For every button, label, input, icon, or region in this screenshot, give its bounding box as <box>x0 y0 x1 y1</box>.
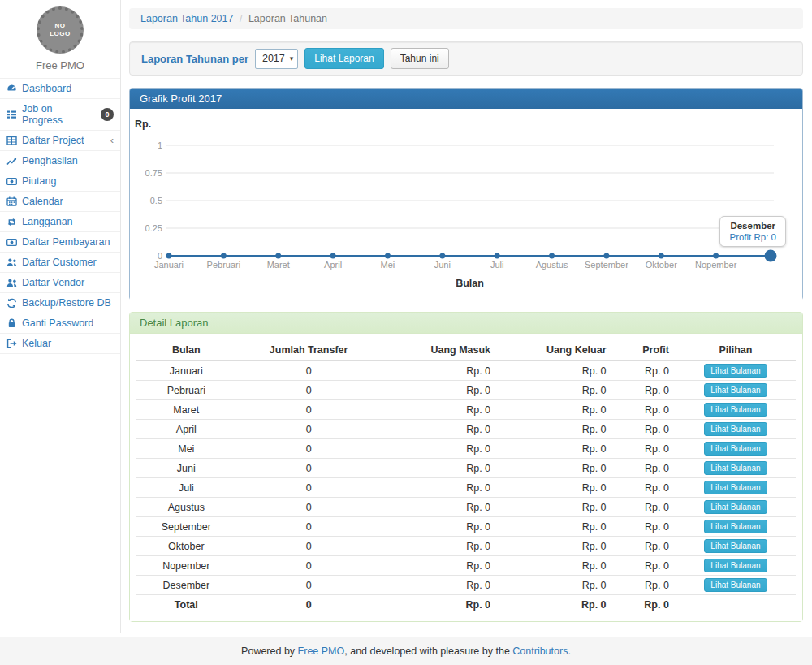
free-pmo-link[interactable]: Free PMO <box>298 646 345 657</box>
lihat-bulanan-button[interactable]: Lihat Bulanan <box>704 364 767 378</box>
lihat-bulanan-button[interactable]: Lihat Bulanan <box>704 422 767 436</box>
cell-pilihan: Lihat Bulanan <box>676 361 796 381</box>
sidebar-item-langganan[interactable]: Langganan <box>0 211 120 231</box>
cell-profit: Rp. 0 <box>613 595 676 615</box>
cell-jumlah-transfer: 0 <box>236 576 382 595</box>
tasks-icon <box>6 110 17 119</box>
sidebar-item-dashboard[interactable]: Dashboard <box>0 78 120 98</box>
cell-uang-masuk: Rp. 0 <box>382 400 497 420</box>
cell-uang-masuk: Rp. 0 <box>382 381 497 400</box>
breadcrumb-link[interactable]: Laporan Tahun 2017 <box>140 13 233 24</box>
cell-uang-masuk: Rp. 0 <box>382 595 497 615</box>
lihat-bulanan-button[interactable]: Lihat Bulanan <box>704 383 767 397</box>
cell-jumlah-transfer: 0 <box>236 381 382 400</box>
tooltip-value: Profit Rp: 0 <box>729 232 776 242</box>
chart-area: Rp.00.250.50.751JanuariPebruariMaretApri… <box>130 109 802 300</box>
cell-uang-masuk: Rp. 0 <box>382 498 497 517</box>
svg-text:September: September <box>585 260 628 270</box>
cell-jumlah-transfer: 0 <box>236 537 382 556</box>
lihat-bulanan-button[interactable]: Lihat Bulanan <box>704 461 767 475</box>
sidebar-item-ganti-password[interactable]: Ganti Password <box>0 313 120 333</box>
cell-uang-keluar: Rp. 0 <box>497 556 612 576</box>
profit-line-chart: Rp.00.250.50.751JanuariPebruariMaretApri… <box>130 109 802 300</box>
svg-text:Agustus: Agustus <box>536 260 568 270</box>
cell-bulan: Pebruari <box>136 381 236 400</box>
lihat-bulanan-button[interactable]: Lihat Bulanan <box>704 500 767 514</box>
cell-uang-keluar: Rp. 0 <box>497 439 612 459</box>
users-icon <box>6 257 17 267</box>
tooltip-title: Desember <box>729 221 776 231</box>
sidebar-item-daftar-pembayaran[interactable]: Daftar Pembayaran <box>0 231 120 252</box>
lihat-laporan-button[interactable]: Lihat Laporan <box>304 48 383 69</box>
footer-text: Powered by Free PMO, and developed with … <box>241 646 571 657</box>
table-row: Maret0Rp. 0Rp. 0Rp. 0Lihat Bulanan <box>136 400 796 420</box>
cell-uang-keluar: Rp. 0 <box>497 459 612 478</box>
calendar-icon <box>6 196 17 206</box>
sidebar-item-label: Piutang <box>22 175 56 187</box>
sidebar-item-daftar-vendor[interactable]: Daftar Vendor <box>0 272 120 292</box>
table-row: Juli0Rp. 0Rp. 0Rp. 0Lihat Bulanan <box>136 478 796 498</box>
report-table: BulanJumlah TransferUang MasukUang Kelua… <box>136 340 796 615</box>
sidebar-item-daftar-customer[interactable]: Daftar Customer <box>0 252 120 272</box>
lihat-bulanan-button[interactable]: Lihat Bulanan <box>704 559 767 572</box>
cell-uang-masuk: Rp. 0 <box>382 439 497 459</box>
cell-profit: Rp. 0 <box>613 361 676 381</box>
chart-panel: Grafik Profit 2017 Rp.00.250.50.751Janua… <box>129 88 803 300</box>
sidebar-item-label: Daftar Project <box>22 135 84 146</box>
cell-bulan: April <box>136 420 236 439</box>
cell-uang-keluar: Rp. 0 <box>497 420 612 439</box>
sidebar-item-calendar[interactable]: Calendar <box>0 191 120 211</box>
sidebar: NO LOGO Free PMO DashboardJob on Progres… <box>0 0 121 633</box>
cell-profit: Rp. 0 <box>613 420 676 439</box>
table-row: Desember0Rp. 0Rp. 0Rp. 0Lihat Bulanan <box>136 576 796 595</box>
cell-pilihan: Lihat Bulanan <box>676 420 796 439</box>
sidebar-item-daftar-project[interactable]: Daftar Project‹ <box>0 130 120 150</box>
cell-bulan: Maret <box>136 400 236 420</box>
chart-panel-title: Grafik Profit 2017 <box>130 89 802 109</box>
lihat-bulanan-button[interactable]: Lihat Bulanan <box>704 578 767 592</box>
table-row: Mei0Rp. 0Rp. 0Rp. 0Lihat Bulanan <box>136 439 796 459</box>
cell-pilihan: Lihat Bulanan <box>676 556 796 576</box>
year-select[interactable]: 2017 ▾ <box>255 49 298 69</box>
cell-uang-keluar: Rp. 0 <box>497 517 612 537</box>
svg-text:0.25: 0.25 <box>145 223 162 233</box>
svg-text:0.75: 0.75 <box>145 168 162 178</box>
lihat-bulanan-button[interactable]: Lihat Bulanan <box>704 539 767 553</box>
cell-profit: Rp. 0 <box>613 576 676 595</box>
col-header-pilihan: Pilihan <box>676 340 796 361</box>
svg-text:Rp.: Rp. <box>135 119 151 130</box>
col-header-uang-keluar: Uang Keluar <box>497 340 612 361</box>
cell-pilihan: Lihat Bulanan <box>676 400 796 420</box>
svg-text:April: April <box>324 260 342 270</box>
sign-out-icon <box>6 339 17 348</box>
chart-line-icon <box>6 156 17 166</box>
main-content: Laporan Tahun 2017 / Laporan Tahunan Lap… <box>121 0 812 633</box>
sidebar-item-label: Backup/Restore DB <box>22 297 111 309</box>
lock-icon <box>6 318 17 328</box>
sidebar-item-job-on-progress[interactable]: Job on Progress0 <box>0 98 120 130</box>
cell-pilihan: Lihat Bulanan <box>676 537 796 556</box>
sidebar-item-piutang[interactable]: Piutang <box>0 171 120 191</box>
svg-text:Januari: Januari <box>154 260 184 270</box>
retweet-icon <box>6 217 17 227</box>
cell-profit: Rp. 0 <box>613 400 676 420</box>
sidebar-item-keluar[interactable]: Keluar <box>0 333 120 354</box>
cell-jumlah-transfer: 0 <box>236 420 382 439</box>
cell-uang-keluar: Rp. 0 <box>497 478 612 498</box>
cell-uang-keluar: Rp. 0 <box>497 361 612 381</box>
filter-bar: Laporan Tahunan per 2017 ▾ Lihat Laporan… <box>129 41 803 76</box>
table-row: September0Rp. 0Rp. 0Rp. 0Lihat Bulanan <box>136 517 796 537</box>
lihat-bulanan-button[interactable]: Lihat Bulanan <box>704 403 767 417</box>
tahun-ini-button[interactable]: Tahun ini <box>391 48 449 69</box>
sidebar-item-penghasilan[interactable]: Penghasilan <box>0 150 120 171</box>
lihat-bulanan-button[interactable]: Lihat Bulanan <box>704 520 767 533</box>
contributors-link[interactable]: Contributors. <box>512 646 571 657</box>
sidebar-item-label: Dashboard <box>22 83 71 94</box>
app-logo: NO LOGO <box>37 6 84 54</box>
breadcrumb: Laporan Tahun 2017 / Laporan Tahunan <box>129 8 803 29</box>
lihat-bulanan-button[interactable]: Lihat Bulanan <box>704 481 767 494</box>
lihat-bulanan-button[interactable]: Lihat Bulanan <box>704 442 767 456</box>
sidebar-item-backup-restore-db[interactable]: Backup/Restore DB <box>0 292 120 313</box>
refresh-icon <box>6 298 17 308</box>
cell-bulan: September <box>136 517 236 537</box>
